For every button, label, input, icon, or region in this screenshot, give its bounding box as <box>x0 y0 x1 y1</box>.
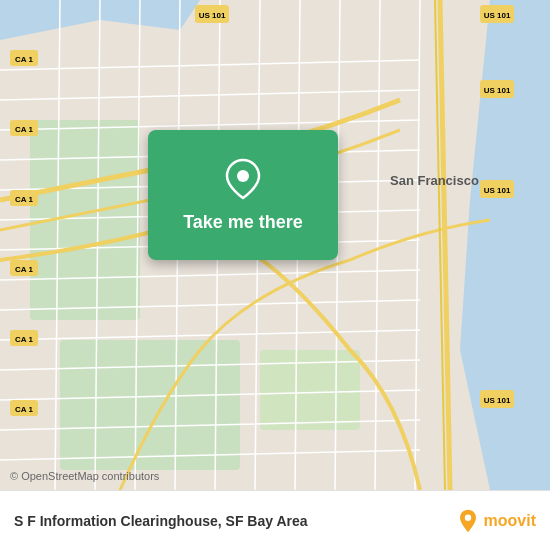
moovit-brand-label: moovit <box>484 512 536 530</box>
location-name-label: S F Information Clearinghouse, SF Bay Ar… <box>14 513 456 529</box>
osm-attribution: © OpenStreetMap contributors <box>10 470 159 482</box>
svg-text:US 101: US 101 <box>484 396 511 405</box>
svg-text:CA 1: CA 1 <box>15 55 33 64</box>
take-me-there-card[interactable]: Take me there <box>148 130 338 260</box>
svg-text:US 101: US 101 <box>484 11 511 20</box>
map-container: CA 1 CA 1 CA 1 CA 1 CA 1 CA 1 US 101 US … <box>0 0 550 490</box>
svg-text:US 101: US 101 <box>484 186 511 195</box>
svg-point-56 <box>464 514 470 520</box>
location-pin-icon <box>225 158 261 204</box>
svg-text:CA 1: CA 1 <box>15 265 33 274</box>
svg-text:US 101: US 101 <box>484 86 511 95</box>
svg-text:CA 1: CA 1 <box>15 335 33 344</box>
svg-rect-4 <box>60 340 240 470</box>
svg-text:CA 1: CA 1 <box>15 405 33 414</box>
location-info: S F Information Clearinghouse, SF Bay Ar… <box>14 513 456 529</box>
svg-text:CA 1: CA 1 <box>15 195 33 204</box>
moovit-logo: moovit <box>456 509 536 533</box>
svg-text:San Francisco: San Francisco <box>390 173 479 188</box>
svg-point-55 <box>237 170 249 182</box>
bottom-bar: S F Information Clearinghouse, SF Bay Ar… <box>0 490 550 550</box>
svg-text:CA 1: CA 1 <box>15 125 33 134</box>
moovit-pin-icon <box>456 509 480 533</box>
take-me-there-button-label: Take me there <box>183 212 303 233</box>
svg-text:US 101: US 101 <box>199 11 226 20</box>
